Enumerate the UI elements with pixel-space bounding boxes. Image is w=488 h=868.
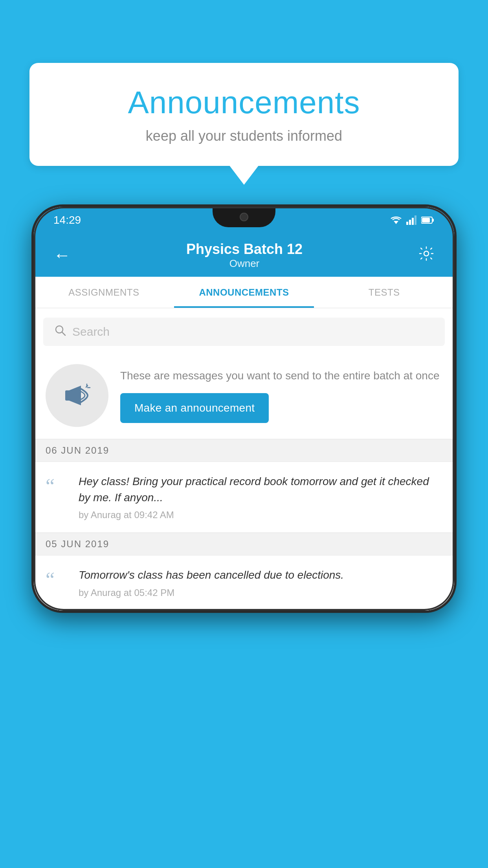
date-separator-1: 06 JUN 2019 [34,439,454,462]
svg-line-10 [62,332,65,335]
search-bar[interactable]: Search [43,318,445,346]
date-separator-2: 05 JUN 2019 [34,533,454,555]
svg-rect-11 [65,390,70,401]
speech-bubble-subtitle: keep all your students informed [53,128,435,144]
announcement-text-1: Hey class! Bring your practical record b… [79,474,442,506]
svg-point-8 [424,251,429,256]
tab-tests[interactable]: TESTS [314,277,454,308]
svg-rect-7 [422,218,430,223]
speech-bubble: Announcements keep all your students inf… [29,63,459,166]
promo-right: These are messages you want to send to t… [120,368,442,423]
svg-marker-0 [394,221,398,224]
camera-dot [240,213,248,221]
status-bar: 14:29 [34,207,454,234]
app-bar: ← Physics Batch 12 Owner [34,234,454,277]
svg-rect-4 [415,215,416,225]
back-button[interactable]: ← [50,241,75,269]
speech-bubble-title: Announcements [53,85,435,121]
tab-announcements[interactable]: ANNOUNCEMENTS [174,277,314,308]
quote-icon-2: “ [46,567,69,598]
phone-screen: 14:29 [34,207,454,611]
app-bar-title-group: Physics Batch 12 Owner [75,241,414,270]
tab-assignments[interactable]: ASSIGNMENTS [34,277,174,308]
announcement-item-2[interactable]: “ Tomorrow's class has been cancelled du… [34,555,454,611]
status-time: 14:29 [53,214,81,226]
svg-rect-1 [406,222,408,225]
phone-mockup: 14:29 [31,204,457,613]
announcement-meta-1: by Anurag at 09:42 AM [79,509,442,520]
make-announcement-button[interactable]: Make an announcement [120,393,269,423]
megaphone-icon [59,378,95,413]
announcement-meta-2: by Anurag at 05:42 PM [79,587,442,598]
announcement-content-1: Hey class! Bring your practical record b… [79,474,442,520]
promo-description: These are messages you want to send to t… [120,368,442,383]
announcement-content-2: Tomorrow's class has been cancelled due … [79,567,442,598]
vol-up-button [31,317,34,344]
phone-body: 14:29 [31,204,457,613]
announcement-text-2: Tomorrow's class has been cancelled due … [79,567,442,583]
quote-icon-1: “ [46,474,69,520]
gear-icon [418,245,435,262]
vol-down-button [31,351,34,379]
search-icon [54,324,66,339]
volume-buttons [31,317,34,379]
svg-rect-6 [432,219,434,222]
battery-icon [421,216,435,224]
search-placeholder: Search [72,325,110,338]
speech-bubble-container: Announcements keep all your students inf… [29,63,459,166]
status-icons [390,215,435,225]
announcement-item-1[interactable]: “ Hey class! Bring your practical record… [34,462,454,533]
notch [213,207,275,227]
svg-rect-2 [409,220,411,225]
signal-icon [406,215,417,225]
power-button [454,344,457,384]
wifi-icon [390,215,402,225]
svg-rect-3 [412,218,414,225]
settings-button[interactable] [414,241,438,269]
app-bar-title: Physics Batch 12 [75,241,414,257]
app-bar-subtitle: Owner [75,257,414,270]
tabs-bar: ASSIGNMENTS ANNOUNCEMENTS TESTS [34,277,454,308]
promo-block: These are messages you want to send to t… [34,352,454,439]
promo-icon-circle [46,364,108,427]
